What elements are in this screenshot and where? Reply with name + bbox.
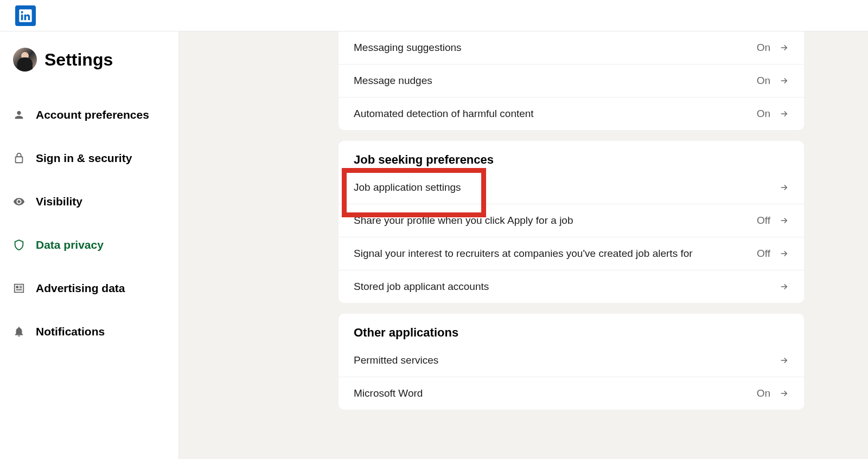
- row-value: On: [757, 42, 770, 54]
- avatar[interactable]: [13, 48, 37, 72]
- section-job-seeking: Job seeking preferences Job application …: [339, 141, 804, 303]
- row-label: Stored job applicant accounts: [354, 281, 489, 293]
- row-permitted-services[interactable]: Permitted services: [339, 344, 804, 377]
- row-label: Automated detection of harmful content: [354, 108, 534, 120]
- arrow-right-icon: [779, 216, 789, 225]
- sidebar-header: Settings: [13, 48, 178, 72]
- row-label: Microsoft Word: [354, 387, 423, 399]
- container: Settings Account preferences Sign in & s…: [0, 31, 868, 459]
- arrow-right-icon: [779, 183, 789, 192]
- row-harmful-content-detection[interactable]: Automated detection of harmful content O…: [339, 98, 804, 130]
- row-right: Off: [757, 215, 789, 227]
- section-title: Job seeking preferences: [339, 141, 804, 171]
- row-right: [779, 183, 789, 192]
- section-title: Other applications: [339, 314, 804, 344]
- row-value: On: [757, 75, 770, 87]
- row-label: Messaging suggestions: [354, 42, 462, 54]
- row-label: Signal your interest to recruiters at co…: [354, 248, 693, 260]
- main-content: Messaging suggestions On Message nudges …: [179, 31, 868, 459]
- arrow-right-icon: [779, 76, 789, 86]
- row-signal-interest-recruiters[interactable]: Signal your interest to recruiters at co…: [339, 237, 804, 270]
- sidebar: Settings Account preferences Sign in & s…: [0, 31, 179, 459]
- page-title: Settings: [44, 50, 113, 70]
- arrow-right-icon: [779, 282, 789, 292]
- row-right: [779, 282, 789, 292]
- nav-visibility[interactable]: Visibility: [13, 180, 178, 223]
- row-value: On: [757, 108, 770, 120]
- row-stored-job-applicant-accounts[interactable]: Stored job applicant accounts: [339, 270, 804, 303]
- nav-label: Notifications: [36, 325, 105, 338]
- row-right: On: [757, 75, 789, 87]
- row-right: [779, 355, 789, 365]
- row-microsoft-word[interactable]: Microsoft Word On: [339, 377, 804, 410]
- row-message-nudges[interactable]: Message nudges On: [339, 64, 804, 98]
- linkedin-logo[interactable]: [15, 5, 36, 26]
- row-share-profile-apply[interactable]: Share your profile when you click Apply …: [339, 204, 804, 237]
- shield-icon: [13, 239, 25, 251]
- newspaper-icon: [13, 282, 25, 294]
- nav-label: Data privacy: [36, 238, 104, 251]
- row-right: On: [757, 387, 789, 399]
- nav-label: Account preferences: [36, 108, 149, 121]
- row-right: Off: [757, 248, 789, 260]
- row-label: Permitted services: [354, 354, 438, 366]
- nav-label: Visibility: [36, 195, 82, 208]
- row-label: Share your profile when you click Apply …: [354, 215, 573, 227]
- arrow-right-icon: [779, 109, 789, 119]
- row-label: Job application settings: [354, 182, 461, 193]
- arrow-right-icon: [779, 43, 789, 53]
- content-wrapper: Messaging suggestions On Message nudges …: [339, 31, 804, 410]
- row-value: On: [757, 387, 770, 399]
- arrow-right-icon: [779, 355, 789, 365]
- bell-icon: [13, 326, 25, 338]
- person-icon: [13, 109, 25, 121]
- section-messaging: Messaging suggestions On Message nudges …: [339, 31, 804, 130]
- arrow-right-icon: [779, 389, 789, 398]
- nav-notifications[interactable]: Notifications: [13, 310, 178, 353]
- header: [0, 0, 868, 31]
- lock-icon: [13, 152, 25, 164]
- row-job-application-settings[interactable]: Job application settings: [339, 171, 804, 204]
- section-other-applications: Other applications Permitted services Mi…: [339, 314, 804, 410]
- nav-sign-in-security[interactable]: Sign in & security: [13, 137, 178, 180]
- row-value: Off: [757, 215, 770, 227]
- row-messaging-suggestions[interactable]: Messaging suggestions On: [339, 31, 804, 64]
- nav-data-privacy[interactable]: Data privacy: [13, 223, 178, 267]
- nav-label: Advertising data: [36, 282, 125, 295]
- eye-icon: [13, 196, 25, 208]
- row-right: On: [757, 42, 789, 54]
- arrow-right-icon: [779, 249, 789, 258]
- nav-label: Sign in & security: [36, 152, 132, 165]
- row-value: Off: [757, 248, 770, 260]
- row-right: On: [757, 108, 789, 120]
- nav-advertising-data[interactable]: Advertising data: [13, 267, 178, 310]
- nav-account-preferences[interactable]: Account preferences: [13, 93, 178, 137]
- row-label: Message nudges: [354, 75, 432, 87]
